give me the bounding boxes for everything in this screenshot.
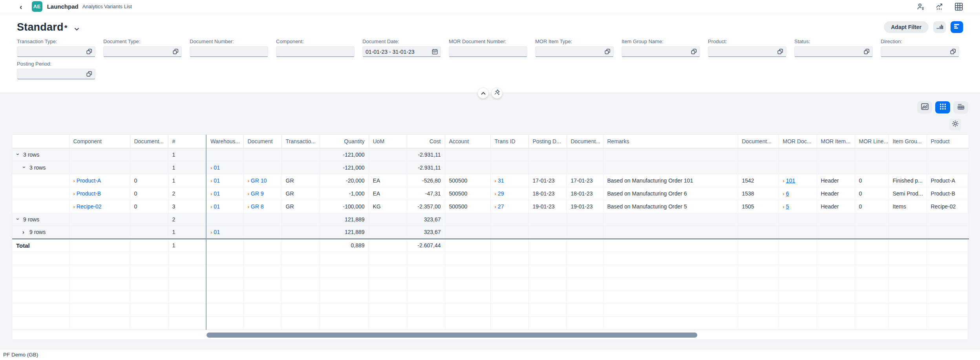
cell-link[interactable]: 01 <box>214 203 220 210</box>
cell <box>12 291 69 303</box>
cell-link[interactable]: 101 <box>786 177 795 184</box>
filter-input-document-number[interactable] <box>190 46 268 57</box>
cell-link[interactable]: 01 <box>214 164 220 171</box>
pivot-view-button[interactable] <box>953 101 968 113</box>
expand-group-icon[interactable]: › <box>22 229 26 235</box>
collapse-filter-button[interactable] <box>478 88 489 99</box>
cell-link[interactable]: GR 9 <box>251 190 264 197</box>
column-header-warehous[interactable]: Warehous... <box>206 135 243 148</box>
cell-link[interactable]: 5 <box>786 203 789 210</box>
column-header-component[interactable]: Component <box>69 135 130 148</box>
filter-input-mor-item-type[interactable] <box>535 46 614 57</box>
value-help-icon[interactable] <box>691 49 697 55</box>
filter-input-transaction-type[interactable] <box>17 46 95 57</box>
data-row[interactable]: ›Recipe-0203›01›GR 8GR-100,000KG-2.357,0… <box>12 200 969 213</box>
column-header-document[interactable]: Document... <box>130 135 168 148</box>
horizontal-scrollbar-thumb[interactable] <box>207 333 697 338</box>
column-header-document[interactable]: Document... <box>567 135 603 148</box>
filter-input-status[interactable] <box>794 46 873 57</box>
variant-selector[interactable]: Standard * <box>17 21 79 33</box>
column-header-mor-item[interactable]: MOR Item... <box>817 135 855 148</box>
value-help-icon[interactable] <box>950 49 956 55</box>
column-header-document[interactable]: Document... <box>738 135 779 148</box>
cell <box>603 161 738 174</box>
cell-link[interactable]: 29 <box>498 190 504 197</box>
filter-input-document-type[interactable] <box>103 46 182 57</box>
cell-link[interactable]: GR 8 <box>251 203 264 210</box>
chart-icon-button[interactable] <box>933 21 946 33</box>
analytics-trend-icon[interactable] <box>936 3 944 11</box>
cell-link[interactable]: Product-B <box>77 190 101 197</box>
column-header-cost[interactable]: Cost <box>407 135 445 148</box>
column-header-item-grou[interactable]: Item Grou... <box>889 135 927 148</box>
cell: ›Product-A <box>69 174 130 187</box>
cell <box>567 278 603 291</box>
cell <box>817 291 855 303</box>
table-header-row: ComponentDocument...#Warehous...Document… <box>12 135 969 148</box>
column-header-account[interactable]: Account <box>445 135 490 148</box>
collapse-group-icon[interactable]: › <box>21 166 27 170</box>
column-header-document[interactable]: Document <box>243 135 282 148</box>
column-header-trans-id[interactable]: Trans ID <box>490 135 528 148</box>
filter-field-direction: Direction: <box>881 38 959 57</box>
cell <box>528 291 567 303</box>
cell-link[interactable]: 01 <box>214 229 220 235</box>
total-row[interactable]: Total10,889-2.607,44 <box>12 239 969 252</box>
filter-input-direction[interactable] <box>881 46 959 57</box>
column-header-rowheader[interactable] <box>12 135 69 148</box>
group-row[interactable]: ›3 rows1›01-121,000-2.931,11 <box>12 161 969 174</box>
cell <box>889 161 927 174</box>
column-header-remarks[interactable]: Remarks <box>603 135 738 148</box>
column-header-product[interactable]: Product <box>927 135 969 148</box>
column-header-mor-doc[interactable]: MOR Doc... <box>779 135 817 148</box>
cell-link[interactable]: GR 10 <box>251 177 267 184</box>
cell: 2 <box>168 187 206 200</box>
column-header-mor-line[interactable]: MOR Line... <box>855 135 889 148</box>
cell-link[interactable]: 6 <box>786 190 789 197</box>
cell-link[interactable]: Recipe-02 <box>77 203 102 210</box>
app-finder-grid-icon[interactable] <box>955 3 963 11</box>
column-header-uom[interactable]: UoM <box>369 135 407 148</box>
column-header-[interactable]: # <box>168 135 206 148</box>
value-help-icon[interactable] <box>864 49 870 55</box>
data-row[interactable]: ›Product-A01›01›GR 10GR-20,000EA-526,805… <box>12 174 969 187</box>
back-icon[interactable]: ‹ <box>20 3 22 11</box>
chevron-down-icon[interactable] <box>74 26 79 33</box>
value-help-icon[interactable] <box>605 49 611 55</box>
calendar-icon[interactable] <box>432 49 438 55</box>
filter-input-product[interactable] <box>708 46 786 57</box>
column-header-quantity[interactable]: Quantity <box>320 135 369 148</box>
group-row[interactable]: ›9 rows1›01121,889323,67 <box>12 226 969 239</box>
collapse-group-icon[interactable]: › <box>15 153 21 157</box>
value-help-icon[interactable] <box>86 71 92 77</box>
table-settings-button[interactable] <box>949 119 961 130</box>
chart-view-button[interactable] <box>917 101 932 113</box>
column-header-transactio[interactable]: Transactio... <box>282 135 320 148</box>
data-row[interactable]: ›Product-B02›01›GR 9GR-1,000EA-47,315005… <box>12 187 969 200</box>
cell-link[interactable]: 27 <box>498 203 504 210</box>
pin-filter-button[interactable] <box>492 88 503 99</box>
cell-link[interactable]: 01 <box>214 177 220 184</box>
cell <box>927 291 969 303</box>
filter-input-document-date[interactable]: 01-01-23 - 31-01-23 <box>362 46 441 57</box>
app-logo[interactable]: AE <box>32 1 42 12</box>
filter-input-mor-document-number[interactable] <box>449 46 527 57</box>
cell: 19-01-23 <box>567 200 603 213</box>
cell-link[interactable]: Product-A <box>77 177 101 184</box>
user-account-icon[interactable] <box>917 3 925 11</box>
filter-input-item-group-name[interactable] <box>622 46 700 57</box>
filter-input-posting-period[interactable] <box>17 69 95 79</box>
group-row[interactable]: ›9 rows2121,889323,67 <box>12 213 969 226</box>
cell-link[interactable]: 01 <box>214 190 220 197</box>
adapt-filter-button[interactable]: Adapt Filter <box>884 21 929 33</box>
group-row[interactable]: ›3 rows1-121,000-2.931,11 <box>12 148 969 161</box>
column-header-posting-d[interactable]: Posting D... <box>528 135 567 148</box>
grid-view-button[interactable] <box>935 101 950 113</box>
value-help-icon[interactable] <box>86 49 92 55</box>
filter-input-component[interactable] <box>276 46 355 57</box>
cell-link[interactable]: 31 <box>498 177 504 184</box>
value-help-icon[interactable] <box>173 49 179 55</box>
value-help-icon[interactable] <box>777 49 783 55</box>
collapse-group-icon[interactable]: › <box>15 218 21 221</box>
filter-bar-toggle-button[interactable] <box>951 21 963 33</box>
